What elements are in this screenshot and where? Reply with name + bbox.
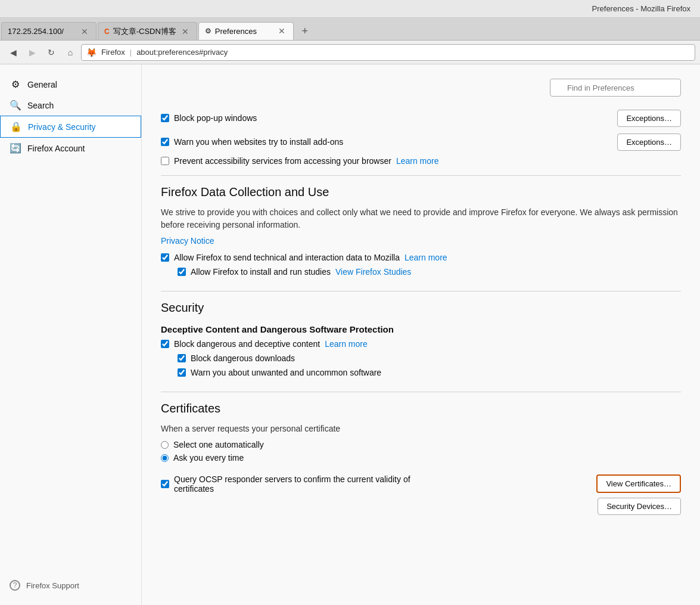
sidebar-item-search-label: Search	[27, 101, 54, 110]
ask-every-row: Ask you every time	[161, 453, 681, 463]
block-popup-label: Block pop-up windows	[174, 113, 257, 123]
tab-3-label: Preferences	[215, 27, 257, 36]
allow-technical-label: Allow Firefox to send technical and inte…	[174, 253, 400, 262]
security-devices-button[interactable]: Security Devices…	[598, 498, 681, 515]
ocsp-checkbox-row: Query OCSP responder servers to confirm …	[161, 474, 596, 494]
prevent-accessibility-checkbox[interactable]	[161, 157, 169, 165]
divider-2	[161, 291, 681, 291]
allow-technical-row: Allow Firefox to send technical and inte…	[161, 253, 681, 262]
sidebar-item-account[interactable]: 🔄 Firefox Account	[0, 138, 141, 159]
allow-studies-checkbox[interactable]	[178, 268, 186, 276]
address-bar[interactable]: 🦊 Firefox | about:preferences#privacy	[81, 44, 695, 61]
firefox-support-link[interactable]: ? Firefox Support	[0, 575, 141, 595]
reload-button[interactable]: ↻	[43, 44, 60, 61]
select-auto-radio[interactable]	[161, 441, 169, 449]
learn-more-link-2[interactable]: Learn more	[405, 253, 447, 262]
security-section: Security Deceptive Content and Dangerous…	[161, 301, 681, 377]
support-label: Firefox Support	[26, 581, 79, 590]
support-icon: ?	[10, 580, 20, 591]
data-collection-title: Firefox Data Collection and Use	[161, 185, 681, 199]
tab-2-close[interactable]: ✕	[180, 27, 191, 36]
ask-every-radio[interactable]	[161, 454, 169, 462]
prevent-accessibility-label: Prevent accessibility services from acce…	[174, 156, 391, 166]
warn-addons-checkbox-row: Warn you when websites try to install ad…	[161, 137, 343, 147]
forward-button[interactable]: ▶	[24, 44, 41, 61]
allow-studies-label: Allow Firefox to install and run studies	[191, 267, 331, 277]
certificates-section: Certificates When a server requests your…	[161, 402, 681, 515]
tab-1-close[interactable]: ✕	[79, 27, 90, 36]
view-studies-link[interactable]: View Firefox Studies	[335, 267, 411, 277]
select-auto-label: Select one automatically	[173, 440, 264, 449]
sidebar-item-general[interactable]: ⚙ General	[0, 74, 141, 95]
back-button[interactable]: ◀	[5, 44, 21, 61]
warn-addons-row: Warn you when websites try to install ad…	[161, 132, 681, 151]
tab-2-icon: C	[104, 27, 110, 36]
data-collection-section: Firefox Data Collection and Use We striv…	[161, 185, 681, 277]
view-certificates-button[interactable]: View Certificates…	[596, 474, 681, 493]
divider-3	[161, 392, 681, 392]
tab-3[interactable]: ⚙ Preferences ✕	[198, 22, 294, 40]
tabbar: 172.25.254.100/ ✕ C 写文章-CSDN博客 ✕ ⚙ Prefe…	[0, 18, 700, 41]
find-wrapper: 🔍	[550, 79, 681, 97]
block-dangerous-learn-more[interactable]: Learn more	[325, 339, 368, 349]
block-popup-checkbox[interactable]	[161, 114, 169, 122]
warn-unwanted-checkbox[interactable]	[178, 368, 186, 377]
warn-unwanted-label: Warn you about unwanted and uncommon sof…	[191, 368, 381, 377]
exceptions-button-2[interactable]: Exceptions…	[617, 134, 681, 151]
prevent-accessibility-row: Prevent accessibility services from acce…	[161, 156, 681, 166]
firefox-label: Firefox	[101, 48, 125, 57]
tab-1-label: 172.25.254.100/	[8, 27, 64, 36]
tab-2[interactable]: C 写文章-CSDN博客 ✕	[98, 22, 197, 40]
sidebar-item-general-label: General	[27, 80, 57, 89]
tab-2-label: 写文章-CSDN博客	[113, 26, 176, 37]
deceptive-title: Deceptive Content and Dangerous Software…	[161, 324, 681, 334]
block-popup-checkbox-row: Block pop-up windows	[161, 113, 257, 123]
select-auto-row: Select one automatically	[161, 440, 681, 449]
address-text: about:preferences#privacy	[136, 48, 228, 57]
block-dangerous-label: Block dangerous and deceptive content	[174, 339, 320, 349]
account-icon: 🔄	[10, 142, 21, 154]
sidebar: ⚙ General 🔍 Search 🔒 Privacy & Security …	[0, 64, 142, 605]
allow-studies-row: Allow Firefox to install and run studies…	[178, 267, 681, 277]
tab-1[interactable]: 172.25.254.100/ ✕	[1, 22, 97, 40]
new-tab-button[interactable]: +	[296, 22, 314, 40]
privacy-notice-link[interactable]: Privacy Notice	[161, 236, 214, 246]
titlebar-text: Preferences - Mozilla Firefox	[592, 4, 690, 13]
titlebar: Preferences - Mozilla Firefox	[0, 0, 700, 18]
block-dangerous-checkbox[interactable]	[161, 340, 169, 348]
lock-icon: 🔒	[10, 121, 22, 132]
find-input[interactable]	[550, 79, 681, 97]
ask-every-label: Ask you every time	[173, 453, 244, 463]
data-collection-description: We strive to provide you with choices an…	[161, 206, 681, 231]
warn-unwanted-row: Warn you about unwanted and uncommon sof…	[178, 368, 681, 377]
ocsp-checkbox[interactable]	[161, 480, 169, 488]
learn-more-link-1[interactable]: Learn more	[396, 156, 439, 166]
content-header: 🔍	[161, 79, 681, 97]
sidebar-item-privacy[interactable]: 🔒 Privacy & Security	[0, 116, 141, 138]
divider-1	[161, 175, 681, 176]
home-button[interactable]: ⌂	[62, 44, 79, 61]
cert-buttons-area: View Certificates… Security Devices…	[596, 474, 681, 515]
sidebar-item-search[interactable]: 🔍 Search	[0, 95, 141, 116]
block-popup-row: Block pop-up windows Exceptions…	[161, 108, 681, 128]
navbar: ◀ ▶ ↻ ⌂ 🦊 Firefox | about:preferences#pr…	[0, 41, 700, 64]
certificates-description: When a server requests your personal cer…	[161, 423, 681, 435]
certificates-title: Certificates	[161, 402, 681, 415]
allow-technical-checkbox[interactable]	[161, 253, 169, 262]
sidebar-item-account-label: Firefox Account	[27, 144, 85, 153]
exceptions-button-1[interactable]: Exceptions…	[617, 110, 681, 127]
search-icon: 🔍	[10, 100, 21, 111]
address-separator: |	[130, 48, 132, 57]
security-title: Security	[161, 301, 681, 315]
tab-3-close[interactable]: ✕	[276, 26, 287, 36]
block-downloads-checkbox[interactable]	[178, 354, 186, 362]
warn-addons-checkbox[interactable]	[161, 138, 169, 146]
block-downloads-row: Block dangerous downloads	[178, 353, 681, 363]
gear-icon: ⚙	[10, 79, 21, 90]
block-dangerous-row: Block dangerous and deceptive content Le…	[161, 339, 681, 349]
firefox-logo-icon: 🦊	[86, 48, 97, 57]
sidebar-item-privacy-label: Privacy & Security	[28, 122, 96, 132]
warn-addons-label: Warn you when websites try to install ad…	[174, 137, 343, 147]
main-layout: ⚙ General 🔍 Search 🔒 Privacy & Security …	[0, 64, 700, 605]
block-downloads-label: Block dangerous downloads	[191, 353, 295, 363]
